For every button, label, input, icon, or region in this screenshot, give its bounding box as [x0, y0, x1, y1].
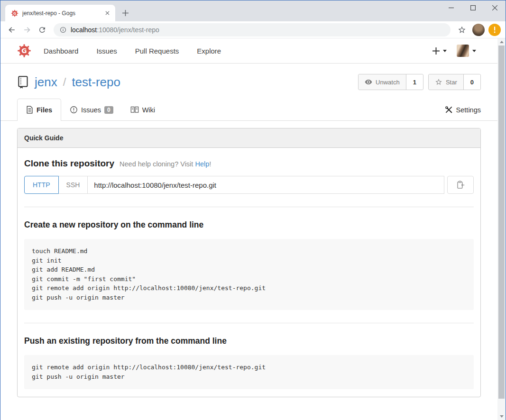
create-new-caret-icon[interactable] — [443, 50, 447, 52]
tab-issues-label: Issues — [81, 106, 101, 114]
tab-wiki-label: Wiki — [142, 106, 155, 114]
repo-name-link[interactable]: test-repo — [72, 75, 120, 90]
forward-button[interactable] — [20, 23, 34, 37]
user-menu-caret-icon[interactable] — [472, 50, 476, 52]
nav-item-explore[interactable]: Explore — [197, 47, 221, 55]
maximize-button[interactable] — [462, 0, 484, 15]
push-repo-code: git remote add origin http://localhost:1… — [24, 355, 474, 389]
url-rest: :10080/jenx/test-repo — [97, 26, 159, 34]
unwatch-button-group: Unwatch 1 — [358, 74, 423, 90]
panel-header: Quick Guide — [18, 128, 480, 148]
repo-title: jenx / test-repo — [17, 75, 120, 90]
tab-issues[interactable]: Issues 0 — [61, 99, 122, 120]
http-protocol-button[interactable]: HTTP — [24, 176, 59, 194]
svg-text:G: G — [13, 11, 16, 15]
close-window-button[interactable] — [484, 0, 506, 15]
issues-tab-icon — [70, 106, 78, 114]
nav-item-issues[interactable]: Issues — [96, 47, 117, 55]
scrollbar-up-icon[interactable] — [497, 38, 506, 46]
scrollbar-down-icon[interactable] — [497, 413, 506, 420]
gogs-logo-icon[interactable]: G — [17, 44, 31, 58]
tab-settings-label: Settings — [456, 106, 481, 114]
nav-item-dashboard[interactable]: Dashboard — [44, 47, 78, 55]
create-new-icon[interactable] — [432, 47, 440, 55]
svg-text:G: G — [21, 47, 27, 55]
repo-action-buttons: Unwatch 1 Star 0 — [358, 74, 481, 90]
star-count[interactable]: 0 — [464, 74, 480, 90]
page-scrollbar[interactable] — [497, 38, 506, 420]
settings-icon — [445, 106, 453, 114]
help-link[interactable]: Help — [195, 160, 209, 168]
clone-help-suffix: ! — [209, 160, 211, 168]
browser-update-icon[interactable] — [488, 24, 501, 36]
copy-clone-url-button[interactable] — [447, 176, 474, 194]
browser-tab-strip: G jenx/test-repo - Gogs — [0, 0, 506, 21]
navbar-right — [432, 45, 481, 57]
unwatch-button[interactable]: Unwatch — [359, 74, 406, 90]
star-label: Star — [446, 79, 457, 86]
section-divider — [24, 323, 474, 323]
repo-tabbar: Files Issues 0 Wiki — [0, 98, 497, 121]
gogs-navbar: G Dashboard Issues Pull Requests Explore — [0, 38, 497, 64]
repo-icon — [17, 76, 29, 89]
scrollbar-thumb[interactable] — [498, 46, 505, 399]
tab-close-icon[interactable] — [103, 9, 111, 18]
panel-body: Clone this repository Need help cloning?… — [18, 148, 480, 397]
reload-button[interactable] — [36, 23, 49, 37]
page-info-icon[interactable] — [59, 26, 67, 34]
create-repo-title: Create a new repository on the command l… — [24, 220, 474, 230]
issues-count-badge: 0 — [104, 106, 113, 114]
url-host: localhost — [71, 26, 97, 34]
browser-tab-title: jenx/test-repo - Gogs — [22, 10, 99, 17]
browser-toolbar: localhost:10080/jenx/test-repo — [0, 21, 506, 38]
ssh-protocol-button[interactable]: SSH — [59, 176, 88, 194]
tab-files[interactable]: Files — [17, 99, 61, 121]
nav-item-pull-requests[interactable]: Pull Requests — [135, 47, 179, 55]
create-repo-code: touch README.md git init git add README.… — [24, 239, 474, 310]
star-button[interactable]: Star — [429, 74, 464, 90]
watch-count[interactable]: 1 — [406, 74, 423, 90]
repo-separator: / — [63, 75, 66, 89]
clone-heading: Clone this repository Need help cloning?… — [24, 158, 474, 169]
wiki-tab-icon — [130, 106, 139, 114]
browser-tab[interactable]: G jenx/test-repo - Gogs — [5, 5, 115, 21]
star-button-group: Star 0 — [428, 74, 481, 90]
clone-url-row: HTTP SSH — [24, 176, 474, 194]
repo-owner-link[interactable]: jenx — [35, 75, 57, 90]
copy-icon — [456, 180, 465, 190]
repo-header: jenx / test-repo Unwatch 1 Star — [0, 64, 497, 98]
window-controls — [440, 0, 506, 15]
push-repo-title: Push an existing repository from the com… — [24, 336, 474, 346]
minimize-button[interactable] — [440, 0, 462, 15]
clone-title: Clone this repository — [24, 158, 114, 168]
clone-url-input[interactable] — [88, 176, 444, 194]
url-text: localhost:10080/jenx/test-repo — [71, 26, 159, 34]
browser-profile-avatar[interactable] — [472, 24, 485, 36]
quick-guide-panel: Quick Guide Clone this repository Need h… — [17, 128, 481, 397]
files-tab-icon — [26, 106, 33, 114]
clone-help-prefix: Need help cloning? Visit — [120, 160, 193, 168]
tab-wiki[interactable]: Wiki — [122, 100, 164, 120]
user-avatar[interactable] — [457, 45, 469, 57]
unwatch-label: Unwatch — [376, 79, 400, 86]
back-button[interactable] — [5, 23, 18, 37]
bookmark-star-icon[interactable] — [455, 23, 469, 37]
new-tab-button[interactable] — [118, 6, 132, 20]
tab-files-label: Files — [37, 106, 52, 114]
address-bar[interactable]: localhost:10080/jenx/test-repo — [54, 23, 451, 37]
gogs-favicon-icon: G — [11, 9, 18, 17]
browser-window: G jenx/test-repo - Gogs — [0, 0, 506, 420]
star-icon — [435, 78, 442, 86]
tab-settings[interactable]: Settings — [436, 99, 481, 120]
eye-icon — [365, 78, 372, 86]
section-divider — [24, 207, 474, 207]
page-content: G Dashboard Issues Pull Requests Explore — [0, 38, 506, 420]
